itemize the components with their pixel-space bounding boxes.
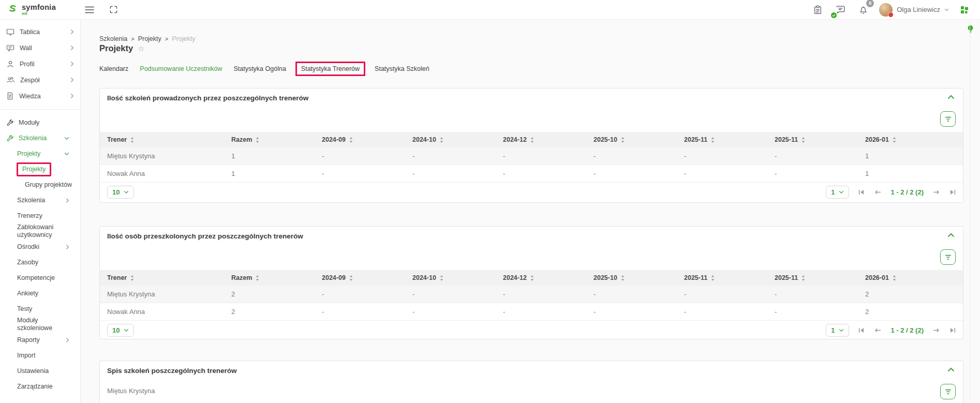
sidebar-item-zasoby[interactable]: Zasoby — [0, 255, 80, 270]
filter-icon — [944, 116, 952, 123]
favorite-star-icon[interactable]: ☆ — [138, 44, 144, 53]
first-page-button[interactable] — [857, 188, 865, 196]
sort-icon — [256, 275, 259, 281]
sidebar-item-zablokowani-uzytkownicy[interactable]: Zablokowani użytkownicy — [0, 223, 80, 239]
breadcrumb-item: Projekty — [172, 35, 195, 42]
sidebar-item-szkolenia[interactable]: Szkolenia — [0, 130, 80, 146]
scrollbar-track[interactable] — [970, 20, 970, 403]
apps-grid-button[interactable] — [958, 4, 971, 16]
column-header[interactable]: 2025-11 — [775, 136, 865, 143]
trained-people-per-trainer-card: Ilość osób przeszkolonych przez poszczeg… — [99, 226, 963, 339]
fullscreen-button[interactable] — [108, 4, 120, 16]
last-page-button[interactable] — [949, 188, 957, 196]
column-header[interactable]: 2024-10 — [412, 136, 503, 143]
column-header[interactable]: Razem — [231, 136, 322, 143]
sidebar-item-projekty[interactable]: Projekty — [0, 161, 80, 177]
last-page-button[interactable] — [949, 326, 957, 334]
sidebar-item-zarzadzanie[interactable]: Zarządzanie — [0, 379, 80, 394]
wrench-icon — [6, 135, 14, 142]
page-size-select[interactable]: 10 — [107, 186, 134, 199]
collapse-button[interactable] — [947, 367, 955, 372]
chevron-down-icon — [64, 152, 69, 156]
column-label: 2025-10 — [593, 136, 617, 143]
column-header[interactable]: 2024-12 — [503, 136, 593, 143]
column-label: Trener — [107, 274, 127, 281]
hamburger-menu-button[interactable] — [83, 4, 96, 16]
prev-page-button[interactable] — [873, 327, 882, 334]
prev-page-button[interactable] — [873, 189, 882, 196]
column-header[interactable]: 2024-09 — [322, 274, 412, 281]
breadcrumb-item[interactable]: Szkolenia — [99, 35, 127, 42]
sidebar-item-label: Raporty — [17, 336, 40, 344]
sidebar-item-ustawienia[interactable]: Ustawienia — [0, 363, 80, 379]
sidebar-item-grupy-projektow[interactable]: Grupy projektów — [0, 177, 80, 192]
sidebar-item-moduly-szkoleniowe[interactable]: Moduły szkoleniowe — [0, 317, 80, 332]
column-header[interactable]: Razem — [231, 274, 322, 281]
next-page-button[interactable] — [932, 327, 941, 334]
tab-statystyka-trenerow[interactable]: Statystyka Trenerów — [301, 65, 360, 72]
collapse-button[interactable] — [947, 95, 955, 99]
column-header[interactable]: 2025-10 — [593, 136, 684, 143]
brand-logo[interactable]: symfonia HR — [7, 4, 56, 16]
filter-button[interactable] — [940, 249, 956, 265]
column-header[interactable]: 2026-01 — [865, 274, 956, 281]
column-header[interactable]: 2024-09 — [322, 136, 412, 143]
tab-statystyka-ogolna[interactable]: Statystyka Ogólna — [233, 65, 286, 72]
column-header[interactable]: 2025-11 — [775, 274, 865, 281]
sidebar-item-label: Kompetencje — [17, 274, 55, 282]
sidebar-item-profil[interactable]: Profil — [0, 56, 80, 72]
pagination-range: 1 - 2 / 2 (2) — [890, 188, 924, 196]
sidebar-item-import[interactable]: Import — [0, 348, 80, 363]
filter-button[interactable] — [940, 111, 956, 127]
column-header[interactable]: 2025-10 — [593, 274, 684, 281]
sidebar-item-testy[interactable]: Testy — [0, 301, 80, 317]
sidebar-item-raporty[interactable]: Raporty — [0, 332, 80, 348]
hamburger-icon — [85, 6, 94, 13]
value-cell: - — [322, 290, 412, 298]
filter-button[interactable] — [940, 384, 956, 399]
sidebar-item-osrodki[interactable]: Ośrodki — [0, 239, 80, 255]
user-menu[interactable]: Olga Liniewicz — [879, 3, 949, 17]
notifications-button[interactable]: 5 — [857, 3, 870, 17]
trainer-name-cell: Nowak Anna — [107, 308, 231, 316]
column-header[interactable]: 2024-12 — [503, 274, 593, 281]
breadcrumb-item[interactable]: Projekty — [138, 35, 161, 42]
value-cell: - — [775, 152, 865, 160]
sidebar-item-kompetencje[interactable]: Kompetencje — [0, 270, 80, 286]
page-select[interactable]: 1 — [826, 186, 849, 199]
avatar-status-dot — [888, 12, 894, 18]
tab-kalendarz[interactable]: Kalendarz — [99, 65, 128, 72]
column-header[interactable]: Trener — [107, 274, 231, 281]
page-select[interactable]: 1 — [826, 324, 849, 337]
page-size-select[interactable]: 10 — [107, 324, 134, 337]
column-label: 2025-11 — [684, 274, 707, 281]
sidebar-item-projekty-group[interactable]: Projekty — [0, 146, 80, 161]
sidebar-item-wiedza[interactable]: Wiedza — [0, 88, 80, 104]
tab-statystyka-szkolen[interactable]: Statystyka Szkoleń — [375, 65, 429, 72]
column-label: 2024-10 — [412, 136, 436, 143]
sidebar-item-zespol[interactable]: Zespół — [0, 72, 80, 88]
column-header[interactable]: 2024-10 — [412, 274, 503, 281]
tasks-button[interactable] — [811, 3, 824, 17]
hints-lightbulb-icon[interactable] — [967, 25, 974, 34]
sidebar-item-tablica[interactable]: Tablica — [0, 24, 80, 40]
next-page-button[interactable] — [932, 189, 941, 196]
messages-button[interactable] — [834, 3, 848, 16]
value-cell: - — [775, 308, 865, 316]
sidebar-item-trenerzy[interactable]: Trenerzy — [0, 208, 80, 223]
sidebar-item-ankiety[interactable]: Ankiety — [0, 286, 80, 301]
message-icon — [836, 5, 845, 14]
column-header[interactable]: 2025-11 — [684, 136, 775, 143]
sidebar-item-moduly[interactable]: Moduły — [0, 115, 80, 130]
first-page-button[interactable] — [857, 326, 865, 334]
sidebar-item-szkolenia-sub[interactable]: Szkolenia — [0, 192, 80, 208]
column-header[interactable]: Trener — [107, 136, 231, 143]
tab-podsumowanie-uczestnikow[interactable]: Podsumowanie Uczestników — [140, 65, 222, 72]
value-cell: - — [503, 308, 593, 316]
column-header[interactable]: 2026-01 — [865, 136, 956, 143]
column-header[interactable]: 2025-11 — [684, 274, 775, 281]
sidebar-item-label: Moduły szkoleniowe — [17, 317, 74, 332]
value-cell: 2 — [231, 290, 322, 298]
collapse-button[interactable] — [947, 233, 955, 237]
sidebar-item-wall[interactable]: Wall — [0, 40, 80, 56]
